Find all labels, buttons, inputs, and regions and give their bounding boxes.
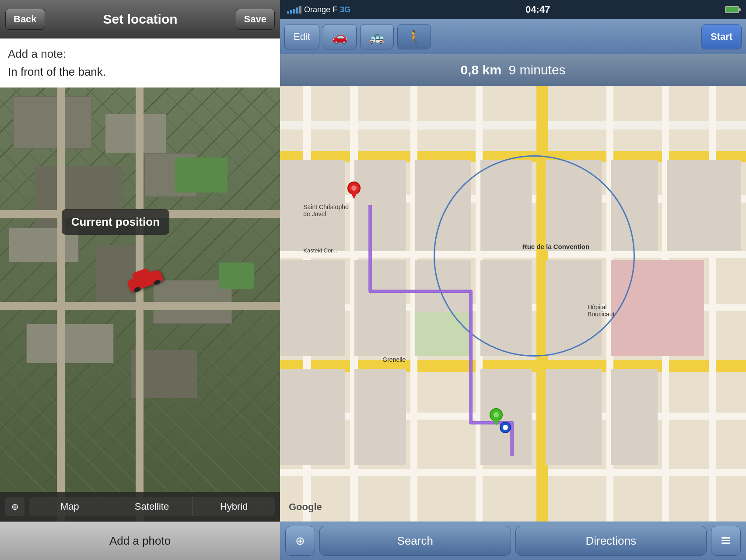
directions-button[interactable]: Directions <box>515 526 707 556</box>
svg-point-4 <box>494 412 499 417</box>
edit-button[interactable]: Edit <box>284 24 319 49</box>
signal-bars <box>287 6 301 14</box>
map-view[interactable]: Saint Christophede Javel Rue de la Conve… <box>280 86 746 522</box>
svg-point-1 <box>351 186 357 191</box>
layers-button[interactable] <box>711 526 741 556</box>
left-panel: Back Set location Save Add a note: In fr… <box>0 0 280 560</box>
svg-rect-8 <box>721 537 730 539</box>
svg-rect-9 <box>721 540 730 541</box>
start-button[interactable]: Start <box>701 24 742 49</box>
network-type: 3G <box>340 5 350 14</box>
note-label: Add a note: <box>8 47 272 61</box>
svg-marker-5 <box>493 420 499 426</box>
car-mode-button[interactable]: 🚗 <box>323 24 357 49</box>
location-button[interactable]: ⊕ <box>5 497 25 516</box>
map-label-hopital: HôpitalBoucicaut <box>588 304 614 318</box>
carrier-name: Orange F <box>304 5 337 14</box>
distance-minutes: 9 minutes <box>509 63 566 77</box>
satellite-map[interactable]: Current position ⊕ Map Satellite Hybrid <box>0 88 280 522</box>
map-type-group: Map Satellite Hybrid <box>29 497 275 516</box>
svg-marker-2 <box>351 193 357 199</box>
svg-point-7 <box>503 425 508 430</box>
walk-icon: 🚶 <box>406 30 422 44</box>
map-label-grenelle: Grenelle <box>382 356 406 363</box>
signal-area: Orange F 3G <box>287 5 350 14</box>
battery-icon <box>725 6 739 13</box>
start-pin <box>347 182 361 202</box>
add-photo-label: Add a photo <box>109 534 171 548</box>
nav-bar: Back Set location Save <box>0 0 280 38</box>
signal-bar-5 <box>299 6 301 14</box>
svg-rect-10 <box>721 542 730 544</box>
current-position-label: Current position <box>62 209 169 235</box>
add-photo-bar[interactable]: Add a photo <box>0 522 280 560</box>
signal-bar-3 <box>293 9 295 14</box>
time-display: 04:47 <box>525 4 550 15</box>
car-icon-transport: 🚗 <box>332 30 347 44</box>
signal-bar-2 <box>290 10 292 14</box>
map-label-saint-christophe: Saint Christophede Javel <box>303 203 349 217</box>
back-button[interactable]: Back <box>5 9 45 30</box>
distance-bar: 0,8 km 9 minutes <box>280 54 746 86</box>
layers-icon <box>720 535 732 547</box>
note-section: Add a note: In front of the bank. <box>0 38 280 88</box>
save-button[interactable]: Save <box>236 9 275 30</box>
right-panel: Orange F 3G 04:47 Edit 🚗 🚌 🚶 Start 0,8 k… <box>280 0 746 560</box>
page-title: Set location <box>103 12 178 27</box>
satellite-map-container[interactable]: Current position ⊕ Map Satellite Hybrid <box>0 88 280 522</box>
google-logo: Google <box>289 501 322 513</box>
map-label-kasteki: Kasteki Cor... <box>303 247 337 254</box>
distance-info: 0,8 km 9 minutes <box>460 63 565 77</box>
bus-icon: 🚌 <box>369 30 385 44</box>
nav-toolbar: Edit 🚗 🚌 🚶 Start <box>280 19 746 54</box>
walk-mode-button[interactable]: 🚶 <box>397 24 431 49</box>
current-location-pin <box>499 421 511 435</box>
map-type-bar: ⊕ Map Satellite Hybrid <box>0 492 280 522</box>
bus-mode-button[interactable]: 🚌 <box>360 24 394 49</box>
search-button[interactable]: Search <box>319 526 511 556</box>
map-label-convention: Rue de la Convention <box>522 243 589 250</box>
map-type-satellite[interactable]: Satellite <box>111 497 193 516</box>
map-type-hybrid[interactable]: Hybrid <box>193 497 275 516</box>
signal-bar-4 <box>296 7 298 14</box>
status-bar: Orange F 3G 04:47 <box>280 0 746 19</box>
location-crosshair-button[interactable]: ⊕ <box>285 526 315 556</box>
note-text: In front of the bank. <box>8 65 272 79</box>
signal-bar-1 <box>287 11 289 14</box>
distance-km: 0,8 km <box>460 63 501 77</box>
map-type-map[interactable]: Map <box>29 497 111 516</box>
bottom-toolbar: ⊕ Search Directions <box>280 522 746 560</box>
